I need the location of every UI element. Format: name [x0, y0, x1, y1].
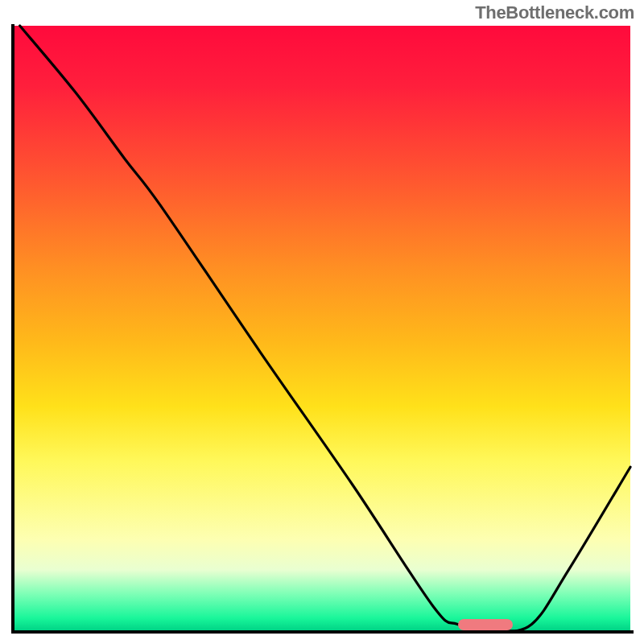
watermark-text: TheBottleneck.com	[475, 2, 634, 23]
x-axis	[11, 630, 634, 634]
plot-area	[14, 26, 630, 630]
y-axis	[11, 24, 14, 634]
optimal-range-marker	[458, 619, 514, 630]
chart-container: TheBottleneck.com	[0, 0, 644, 644]
